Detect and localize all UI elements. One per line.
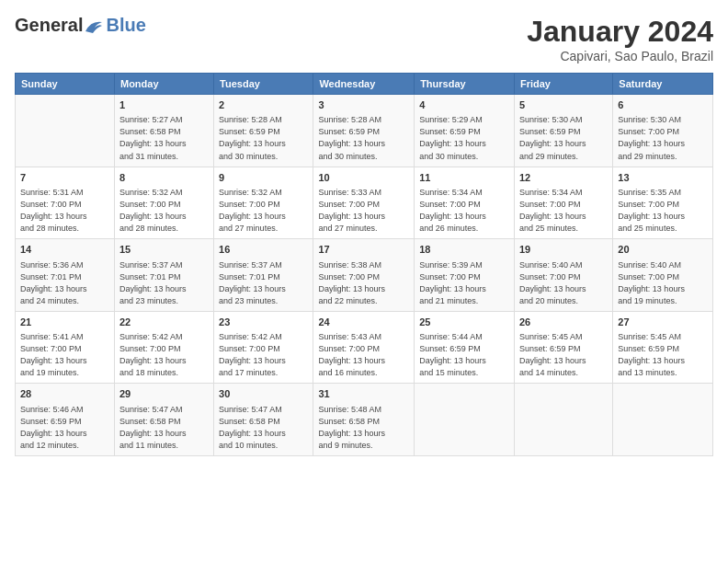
calendar-week-5: 28Sunrise: 5:46 AM Sunset: 6:59 PM Dayli… (16, 384, 713, 456)
calendar-cell: 30Sunrise: 5:47 AM Sunset: 6:58 PM Dayli… (214, 384, 313, 456)
calendar-cell: 15Sunrise: 5:37 AM Sunset: 7:01 PM Dayli… (114, 239, 213, 312)
day-number: 18 (419, 243, 509, 257)
day-info: Sunrise: 5:28 AM Sunset: 6:59 PM Dayligh… (219, 114, 308, 162)
day-info: Sunrise: 5:41 AM Sunset: 7:00 PM Dayligh… (20, 331, 109, 379)
calendar-cell: 6Sunrise: 5:30 AM Sunset: 7:00 PM Daylig… (613, 95, 713, 167)
calendar-cell (613, 384, 713, 456)
col-tuesday: Tuesday (214, 74, 313, 95)
calendar-cell (16, 95, 115, 167)
calendar-cell: 10Sunrise: 5:33 AM Sunset: 7:00 PM Dayli… (313, 167, 415, 239)
calendar-cell: 7Sunrise: 5:31 AM Sunset: 7:00 PM Daylig… (16, 167, 115, 239)
calendar-cell: 1Sunrise: 5:27 AM Sunset: 6:58 PM Daylig… (114, 95, 213, 167)
day-info: Sunrise: 5:48 AM Sunset: 6:58 PM Dayligh… (318, 404, 409, 452)
day-number: 28 (20, 387, 109, 401)
day-info: Sunrise: 5:32 AM Sunset: 7:00 PM Dayligh… (119, 187, 209, 235)
calendar-cell: 12Sunrise: 5:34 AM Sunset: 7:00 PM Dayli… (514, 167, 612, 239)
title-block: January 2024 Capivari, Sao Paulo, Brazil (527, 15, 713, 63)
day-number: 7 (20, 171, 109, 185)
col-friday: Friday (514, 74, 612, 95)
logo-blue: Blue (106, 15, 145, 36)
calendar-cell: 22Sunrise: 5:42 AM Sunset: 7:00 PM Dayli… (114, 311, 213, 384)
location-subtitle: Capivari, Sao Paulo, Brazil (527, 49, 713, 63)
calendar-week-4: 21Sunrise: 5:41 AM Sunset: 7:00 PM Dayli… (16, 311, 713, 384)
day-info: Sunrise: 5:34 AM Sunset: 7:00 PM Dayligh… (519, 187, 608, 235)
calendar-cell: 14Sunrise: 5:36 AM Sunset: 7:01 PM Dayli… (16, 239, 115, 312)
day-number: 11 (419, 171, 509, 185)
calendar-cell: 4Sunrise: 5:29 AM Sunset: 6:59 PM Daylig… (415, 95, 515, 167)
day-info: Sunrise: 5:35 AM Sunset: 7:00 PM Dayligh… (618, 187, 708, 235)
logo-bird-icon (84, 18, 104, 35)
day-number: 19 (519, 243, 608, 257)
logo-general: General (15, 15, 83, 35)
day-info: Sunrise: 5:47 AM Sunset: 6:58 PM Dayligh… (219, 404, 308, 452)
day-number: 25 (419, 316, 509, 329)
day-number: 5 (519, 98, 608, 112)
day-number: 22 (119, 316, 209, 329)
calendar-cell: 31Sunrise: 5:48 AM Sunset: 6:58 PM Dayli… (313, 384, 415, 456)
calendar-body: 1Sunrise: 5:27 AM Sunset: 6:58 PM Daylig… (16, 95, 713, 456)
day-number: 16 (219, 243, 308, 257)
day-info: Sunrise: 5:44 AM Sunset: 6:59 PM Dayligh… (419, 331, 509, 379)
day-number: 23 (219, 316, 308, 329)
header: General Blue January 2024 Capivari, Sao … (15, 15, 713, 63)
day-number: 21 (20, 316, 109, 329)
day-info: Sunrise: 5:42 AM Sunset: 7:00 PM Dayligh… (219, 331, 308, 379)
calendar-week-1: 1Sunrise: 5:27 AM Sunset: 6:58 PM Daylig… (16, 95, 713, 167)
day-number: 26 (519, 316, 608, 329)
calendar-cell: 18Sunrise: 5:39 AM Sunset: 7:00 PM Dayli… (415, 239, 515, 312)
day-number: 6 (618, 98, 708, 112)
calendar-cell: 23Sunrise: 5:42 AM Sunset: 7:00 PM Dayli… (214, 311, 313, 384)
day-info: Sunrise: 5:43 AM Sunset: 7:00 PM Dayligh… (318, 331, 409, 379)
day-info: Sunrise: 5:37 AM Sunset: 7:01 PM Dayligh… (219, 259, 308, 307)
calendar-cell: 8Sunrise: 5:32 AM Sunset: 7:00 PM Daylig… (114, 167, 213, 239)
day-number: 9 (219, 171, 308, 185)
calendar-cell: 24Sunrise: 5:43 AM Sunset: 7:00 PM Dayli… (313, 311, 415, 384)
calendar-cell: 29Sunrise: 5:47 AM Sunset: 6:58 PM Dayli… (114, 384, 213, 456)
day-number: 24 (318, 316, 409, 329)
day-number: 12 (519, 171, 608, 185)
day-info: Sunrise: 5:40 AM Sunset: 7:00 PM Dayligh… (618, 259, 708, 307)
month-title: January 2024 (527, 15, 713, 49)
day-info: Sunrise: 5:45 AM Sunset: 6:59 PM Dayligh… (519, 331, 608, 379)
day-number: 8 (119, 171, 209, 185)
calendar-cell: 19Sunrise: 5:40 AM Sunset: 7:00 PM Dayli… (514, 239, 612, 312)
calendar-cell (514, 384, 612, 456)
calendar-header-row: Sunday Monday Tuesday Wednesday Thursday… (16, 74, 713, 95)
calendar-cell: 26Sunrise: 5:45 AM Sunset: 6:59 PM Dayli… (514, 311, 612, 384)
day-info: Sunrise: 5:30 AM Sunset: 7:00 PM Dayligh… (618, 114, 708, 162)
day-number: 3 (318, 98, 409, 112)
calendar-cell: 21Sunrise: 5:41 AM Sunset: 7:00 PM Dayli… (16, 311, 115, 384)
col-thursday: Thursday (415, 74, 515, 95)
day-info: Sunrise: 5:39 AM Sunset: 7:00 PM Dayligh… (419, 259, 509, 307)
calendar-cell: 20Sunrise: 5:40 AM Sunset: 7:00 PM Dayli… (613, 239, 713, 312)
calendar-cell: 13Sunrise: 5:35 AM Sunset: 7:00 PM Dayli… (613, 167, 713, 239)
day-info: Sunrise: 5:32 AM Sunset: 7:00 PM Dayligh… (219, 187, 308, 235)
calendar-cell: 9Sunrise: 5:32 AM Sunset: 7:00 PM Daylig… (214, 167, 313, 239)
page-container: General Blue January 2024 Capivari, Sao … (0, 0, 728, 464)
day-info: Sunrise: 5:28 AM Sunset: 6:59 PM Dayligh… (318, 114, 409, 162)
calendar-cell: 2Sunrise: 5:28 AM Sunset: 6:59 PM Daylig… (214, 95, 313, 167)
day-number: 4 (419, 98, 509, 112)
day-info: Sunrise: 5:42 AM Sunset: 7:00 PM Dayligh… (119, 331, 209, 379)
calendar-cell: 11Sunrise: 5:34 AM Sunset: 7:00 PM Dayli… (415, 167, 515, 239)
day-info: Sunrise: 5:37 AM Sunset: 7:01 PM Dayligh… (119, 259, 209, 307)
calendar-table: Sunday Monday Tuesday Wednesday Thursday… (15, 73, 713, 456)
calendar-cell: 27Sunrise: 5:45 AM Sunset: 6:59 PM Dayli… (613, 311, 713, 384)
calendar-cell: 5Sunrise: 5:30 AM Sunset: 6:59 PM Daylig… (514, 95, 612, 167)
day-number: 15 (119, 243, 209, 257)
day-info: Sunrise: 5:31 AM Sunset: 7:00 PM Dayligh… (20, 187, 109, 235)
col-saturday: Saturday (613, 74, 713, 95)
calendar-cell: 25Sunrise: 5:44 AM Sunset: 6:59 PM Dayli… (415, 311, 515, 384)
calendar-cell (415, 384, 515, 456)
day-info: Sunrise: 5:47 AM Sunset: 6:58 PM Dayligh… (119, 404, 209, 452)
day-info: Sunrise: 5:38 AM Sunset: 7:00 PM Dayligh… (318, 259, 409, 307)
day-number: 1 (119, 98, 209, 112)
day-info: Sunrise: 5:45 AM Sunset: 6:59 PM Dayligh… (618, 331, 708, 379)
calendar-week-3: 14Sunrise: 5:36 AM Sunset: 7:01 PM Dayli… (16, 239, 713, 312)
day-number: 2 (219, 98, 308, 112)
day-number: 30 (219, 387, 308, 401)
day-number: 10 (318, 171, 409, 185)
day-info: Sunrise: 5:46 AM Sunset: 6:59 PM Dayligh… (20, 404, 109, 452)
calendar-cell: 3Sunrise: 5:28 AM Sunset: 6:59 PM Daylig… (313, 95, 415, 167)
day-number: 13 (618, 171, 708, 185)
